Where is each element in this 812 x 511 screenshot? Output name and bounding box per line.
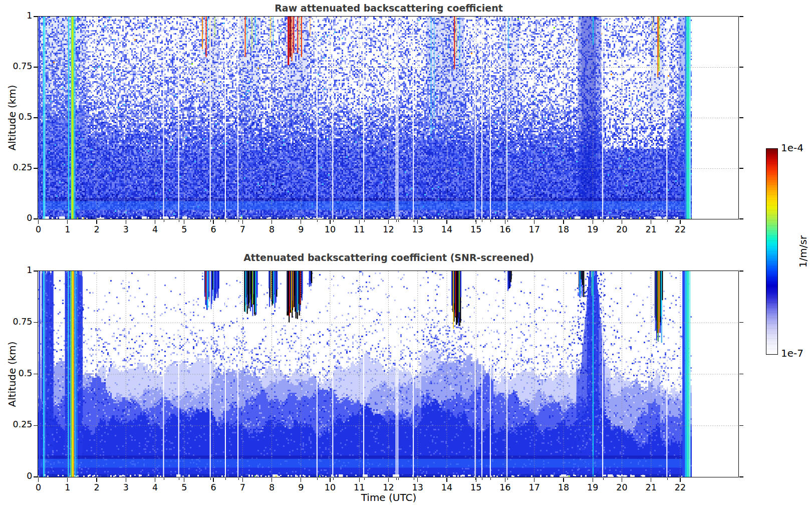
y-tick-mark bbox=[34, 476, 38, 477]
y-tick-mark bbox=[34, 425, 38, 426]
screened-backscatter-panel bbox=[38, 271, 739, 477]
y-tick-mark bbox=[34, 218, 38, 219]
y-tick-mark-right bbox=[739, 16, 743, 17]
x-tick-mark bbox=[184, 478, 184, 482]
x-tick-label: 15 bbox=[470, 482, 481, 492]
x-tick-mark bbox=[67, 478, 68, 482]
x-tick-label: 10 bbox=[325, 224, 336, 234]
x-tick-mark bbox=[272, 478, 272, 482]
x-tick-mark bbox=[563, 478, 564, 482]
x-tick-label: 16 bbox=[499, 224, 510, 234]
x-tick-label: 9 bbox=[298, 224, 304, 234]
x-tick-label: 22 bbox=[675, 482, 686, 492]
x-tick-mark bbox=[534, 220, 534, 224]
x-tick-label: 6 bbox=[210, 224, 216, 234]
x-tick-mark bbox=[96, 220, 97, 224]
y-tick-label: 0.75 bbox=[4, 61, 33, 71]
gap-mark bbox=[475, 220, 476, 222]
colorbar-max-label: 1e-4 bbox=[781, 142, 803, 154]
y-tick-mark bbox=[34, 271, 38, 271]
gap-mark bbox=[603, 220, 604, 222]
x-tick-label: 22 bbox=[675, 224, 686, 234]
y-tick-mark-right bbox=[739, 271, 743, 271]
raw-panel-title: Raw attenuated backscattering coefficien… bbox=[39, 3, 739, 14]
gap-mark bbox=[333, 220, 334, 222]
x-tick-mark bbox=[593, 220, 593, 224]
x-tick-label: 14 bbox=[441, 224, 452, 234]
y-tick-mark bbox=[34, 16, 38, 17]
x-tick-label: 19 bbox=[587, 482, 598, 492]
colorbar bbox=[766, 148, 778, 355]
x-tick-label: 3 bbox=[123, 224, 129, 234]
raw-heatmap-canvas bbox=[38, 17, 738, 219]
x-tick-mark bbox=[330, 220, 330, 224]
x-tick-mark bbox=[417, 478, 418, 482]
y-tick-label: 0.5 bbox=[4, 112, 33, 122]
y-tick-label: 1 bbox=[4, 11, 33, 21]
y-tick-label: 0 bbox=[4, 213, 33, 223]
x-tick-mark bbox=[126, 478, 126, 482]
x-tick-label: 6 bbox=[210, 482, 216, 492]
gap-mark bbox=[507, 220, 508, 222]
x-tick-mark bbox=[417, 220, 418, 224]
x-tick-label: 21 bbox=[646, 224, 657, 234]
x-tick-label: 12 bbox=[383, 482, 394, 492]
x-tick-label: 11 bbox=[354, 224, 365, 234]
x-tick-label: 19 bbox=[587, 224, 598, 234]
y-tick-mark-right bbox=[739, 168, 743, 168]
y-tick-mark-right bbox=[739, 322, 743, 323]
x-tick-mark bbox=[242, 478, 243, 482]
x-tick-label: 1 bbox=[65, 224, 70, 234]
x-tick-label: 11 bbox=[354, 482, 365, 492]
x-tick-mark bbox=[388, 220, 389, 224]
y-tick-label: 0.75 bbox=[4, 317, 33, 327]
x-tick-mark bbox=[242, 220, 243, 224]
gap-mark bbox=[210, 478, 211, 480]
x-tick-label: 10 bbox=[325, 482, 336, 492]
x-tick-label: 4 bbox=[152, 482, 158, 492]
x-tick-label: 8 bbox=[269, 224, 275, 234]
x-tick-mark bbox=[651, 478, 651, 482]
x-tick-mark bbox=[213, 220, 213, 224]
x-tick-mark bbox=[96, 478, 97, 482]
gap-mark bbox=[364, 220, 365, 222]
y-tick-mark bbox=[34, 322, 38, 323]
x-tick-mark bbox=[67, 220, 68, 224]
gap-mark bbox=[482, 220, 482, 222]
x-tick-mark bbox=[213, 478, 213, 482]
x-tick-mark bbox=[38, 220, 39, 224]
x-tick-mark bbox=[38, 478, 39, 482]
x-tick-label: 7 bbox=[240, 482, 245, 492]
x-tick-mark bbox=[680, 478, 680, 482]
gap-mark bbox=[179, 220, 179, 222]
gap-mark bbox=[210, 220, 211, 222]
x-tick-mark bbox=[359, 478, 360, 482]
x-tick-label: 15 bbox=[470, 224, 481, 234]
x-tick-label: 2 bbox=[94, 224, 99, 234]
x-tick-mark bbox=[680, 220, 680, 224]
x-tick-label: 12 bbox=[383, 224, 394, 234]
y-tick-mark bbox=[34, 168, 38, 168]
gap-mark bbox=[490, 478, 491, 480]
x-tick-label: 17 bbox=[529, 224, 540, 234]
x-tick-label: 9 bbox=[298, 482, 304, 492]
y-tick-label: 1 bbox=[4, 265, 33, 275]
y-tick-label: 0.5 bbox=[4, 368, 33, 378]
screened-heatmap-canvas bbox=[38, 271, 738, 477]
x-tick-label: 7 bbox=[240, 224, 245, 234]
figure: Raw attenuated backscattering coefficien… bbox=[0, 0, 812, 511]
x-tick-mark bbox=[505, 220, 505, 224]
x-tick-label: 3 bbox=[123, 482, 129, 492]
colorbar-min-label: 1e-7 bbox=[781, 347, 803, 359]
y-tick-mark bbox=[34, 67, 38, 67]
raw-backscatter-panel bbox=[38, 16, 739, 219]
gap-mark bbox=[414, 220, 414, 222]
colorbar-steps-overlay bbox=[766, 149, 777, 354]
gap-mark bbox=[238, 220, 239, 222]
x-tick-label: 4 bbox=[152, 224, 158, 234]
y-tick-label: 0.25 bbox=[4, 162, 33, 172]
x-tick-label: 18 bbox=[558, 482, 569, 492]
x-tick-label: 1 bbox=[65, 482, 70, 492]
gap-mark bbox=[225, 220, 226, 222]
x-tick-label: 13 bbox=[412, 224, 423, 234]
